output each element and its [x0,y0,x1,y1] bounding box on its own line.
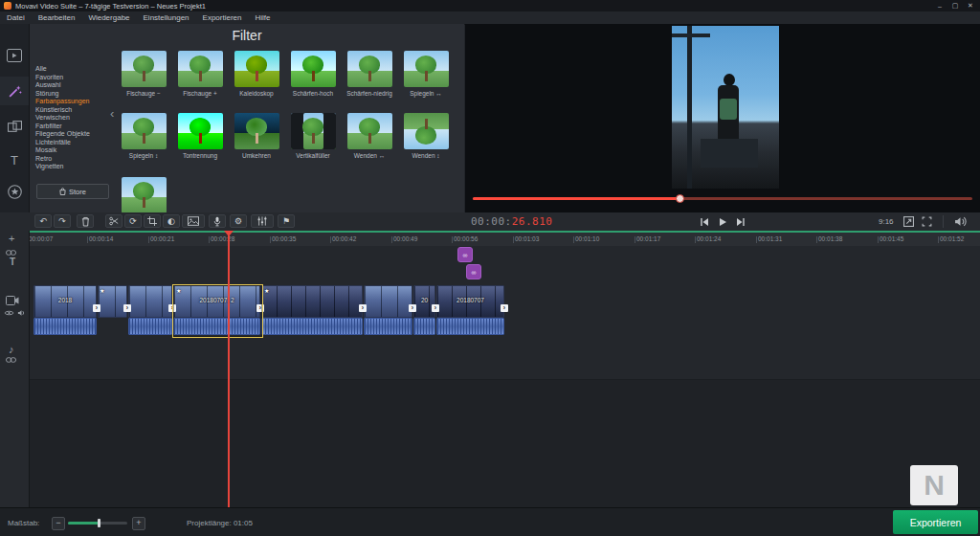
clip-properties-button[interactable] [182,214,205,228]
track-visibility-eye-icon[interactable] [4,309,14,317]
save-frame-button[interactable] [903,216,914,227]
transition-marker[interactable]: › [501,304,508,312]
filter-fischauge-minus[interactable]: Fischauge − [117,51,170,97]
filter-tontrennung[interactable]: Tontrennung [173,113,227,159]
transition-marker[interactable]: › [409,304,416,312]
record-audio-button[interactable] [209,214,226,228]
minimize-button[interactable]: – [932,0,947,11]
aspect-ratio-label[interactable]: 9:16 [879,217,894,226]
media-import-tab[interactable] [0,41,29,70]
filter-schaerfen-niedrig[interactable]: Schärfen-niedrig [343,51,396,97]
zoom-slider[interactable] [68,522,127,525]
menu-einstellungen[interactable]: Einstellungen [137,11,196,24]
video-clip[interactable] [128,285,172,318]
menu-datei[interactable]: Datei [0,11,32,24]
preview-seekbar[interactable] [473,197,972,200]
transition-marker[interactable]: › [168,304,176,312]
category-verwischen[interactable]: Verwischen [35,114,114,123]
title-clip[interactable]: ∞ [466,264,481,279]
timeline-ruler[interactable]: 00:00:07 00:00:14 00:00:21 00:00:28 00:0… [0,231,980,247]
next-frame-button[interactable] [733,215,747,228]
zoom-slider-handle[interactable] [98,519,100,527]
category-vignetten[interactable]: Vignetten [35,163,114,171]
category-alle[interactable]: Alle [35,65,114,74]
title-track-icon[interactable]: T [10,257,15,267]
category-farbfilter[interactable]: Farbfilter [35,123,114,131]
category-kuenstlerisch[interactable]: Künstlerisch [35,106,114,115]
title-track-lane[interactable] [29,246,980,284]
audio-strip[interactable] [33,318,97,335]
filter-wenden-h[interactable]: Wenden ↔ [343,113,396,159]
undo-button[interactable]: ↶ [34,214,52,228]
marker-button[interactable]: ⚑ [278,214,295,228]
track-mute-speaker-icon[interactable] [17,309,26,317]
filters-tab[interactable] [0,77,29,105]
menu-hilfe[interactable]: Hilfe [249,11,278,24]
menu-bearbeiten[interactable]: Bearbeiten [32,11,82,24]
settings-button[interactable]: ⚙ [230,214,247,228]
audio-strip[interactable] [413,318,435,335]
crop-button[interactable] [144,214,161,228]
transition-marker[interactable]: › [93,304,100,312]
filter-kaleidoskop[interactable]: Kaleidoskop [230,51,283,97]
export-button[interactable]: Exportieren [893,510,978,534]
link-track-icon[interactable] [6,250,16,256]
volume-button[interactable] [954,216,967,227]
color-adjust-button[interactable]: ◐ [163,214,180,228]
audio-strip[interactable] [364,318,412,335]
filter-wenden-v[interactable]: Wenden ↕ [399,113,453,159]
zoom-out-button[interactable]: − [52,517,65,530]
category-favoriten[interactable]: Favoriten [35,74,114,82]
audio-strip[interactable] [261,318,363,335]
collapse-categories-chevron-icon[interactable]: ‹ [110,106,114,121]
category-auswahl[interactable]: Auswahl [35,81,114,90]
audio-track-note-icon[interactable]: ♪ [9,344,14,355]
redo-button[interactable]: ↷ [54,214,71,228]
category-fliegende-objekte[interactable]: Fliegende Objekte [35,130,114,139]
title-clip[interactable]: ∞ [457,247,473,262]
category-stoerung[interactable]: Störung [35,90,114,99]
menu-wiedergabe[interactable]: Wiedergabe [81,11,136,24]
video-track-icon[interactable] [6,296,19,305]
audio-track-lane[interactable] [29,337,980,380]
store-button[interactable]: Store [36,184,109,199]
video-clip[interactable] [261,285,363,318]
video-clip-selected[interactable]: 20180707_2 [173,285,260,318]
play-button[interactable] [715,215,729,228]
delete-button[interactable] [77,214,94,228]
audio-strip[interactable] [436,318,504,335]
filter-vertikalfueller[interactable]: Vertikalfüller [286,113,340,159]
video-clip[interactable]: 2018 [33,285,97,318]
category-lichteinfaelle[interactable]: Lichteinfälle [35,139,114,147]
rotate-button[interactable]: ⟳ [124,214,142,228]
zoom-in-button[interactable]: + [132,517,145,530]
category-mosaik[interactable]: Mosaik [35,146,114,155]
transition-marker[interactable]: › [123,304,131,312]
titles-tab[interactable]: T [0,145,29,174]
filter-schaerfen-hoch[interactable]: Schärfen-hoch [286,51,340,97]
video-clip[interactable]: 20180707 [436,285,504,318]
filter-spiegeln-v[interactable]: Spiegeln ↕ [117,113,170,159]
filter-item-partial[interactable] [117,177,170,212]
audio-levels-button[interactable] [251,214,274,228]
previous-frame-button[interactable] [697,215,711,228]
category-retro[interactable]: Retro [35,155,114,164]
timeline-tracks[interactable]: ∞ ∞ 2018 20180707_2 20 20180707 › › › › … [0,246,980,507]
video-clip[interactable] [364,285,412,318]
filter-fischauge-plus[interactable]: Fischauge + [173,51,227,97]
add-track-button[interactable]: + [9,233,14,244]
titlebar[interactable]: Movavi Video Suite – 7-tägige Testversio… [0,0,980,11]
stickers-tab[interactable] [0,177,29,206]
category-farbanpassungen[interactable]: Farbanpassungen [35,98,114,106]
split-button[interactable] [105,214,122,228]
playhead-line[interactable] [228,231,230,507]
menu-exportieren[interactable]: Exportieren [196,11,249,24]
video-clip[interactable]: 20 [413,285,435,318]
transitions-tab[interactable] [0,112,29,141]
filter-spiegeln-h[interactable]: Spiegeln ↔ [399,51,453,97]
transition-marker[interactable]: › [432,304,439,312]
filter-umkehren[interactable]: Umkehren [230,113,283,159]
seekbar-handle[interactable] [676,194,684,203]
fullscreen-button[interactable] [922,216,932,227]
audio-track-link-icon[interactable] [6,357,16,363]
